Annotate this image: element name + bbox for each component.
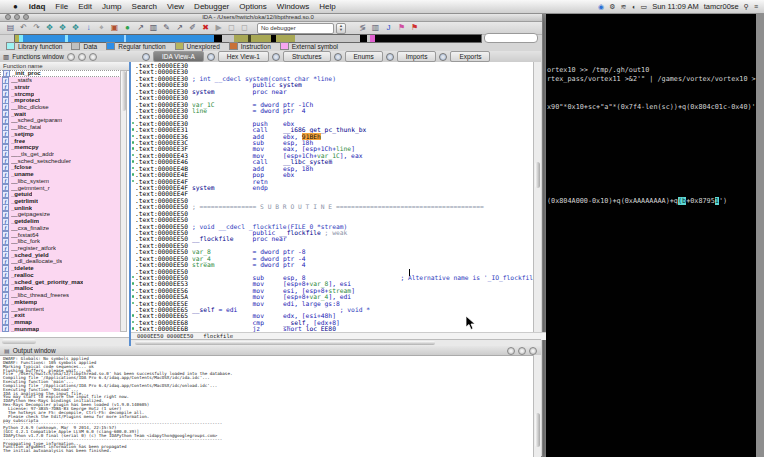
functions-horizontal-scrollbar[interactable] [0, 337, 129, 346]
function-row[interactable]: f__register_atfork [0, 245, 121, 252]
tab-icon-ida-view-a[interactable] [142, 53, 150, 61]
jump-icon[interactable]: J [382, 23, 395, 33]
output-log[interactable]: DWARF: Globals: No symbols appliedDWARF:… [0, 355, 533, 457]
function-row[interactable]: f_free [0, 137, 121, 144]
menu-clock[interactable]: Sun 11:09 AM [652, 2, 699, 11]
function-row[interactable]: f_strstr [0, 83, 121, 90]
output-close-button[interactable] [529, 347, 537, 355]
menu-item-edit[interactable]: Edit [73, 2, 97, 11]
function-row[interactable]: f_init_proc [0, 70, 121, 77]
function-row[interactable]: f__libc_system [0, 178, 121, 185]
function-row[interactable]: f_unlink [0, 204, 121, 211]
navband-segment-9[interactable] [234, 35, 248, 42]
tab-enums[interactable]: Enums [345, 51, 383, 62]
undo-icon[interactable]: ↶ [17, 23, 30, 33]
menu-item-debugger[interactable]: Debugger [189, 2, 234, 11]
menu-item-search[interactable]: Search [127, 2, 162, 11]
volume-icon[interactable]: ◖ [631, 3, 635, 10]
navband-segment-11[interactable] [251, 35, 272, 42]
stamp3-icon[interactable]: ✥ [69, 23, 82, 33]
function-row[interactable]: f_mktemp [0, 298, 121, 305]
tab-icon-imports[interactable] [386, 53, 394, 61]
cancel-icon[interactable]: ✖ [199, 23, 212, 33]
function-row[interactable]: f__getpagesize [0, 211, 121, 218]
function-row[interactable]: f__libc_fatal [0, 124, 121, 131]
function-row[interactable]: f__libc_dlclose [0, 104, 121, 111]
arrow-down-icon[interactable]: ↓ [82, 23, 95, 33]
navband-segment-18[interactable] [375, 35, 481, 42]
navband-segment-14[interactable] [295, 35, 360, 42]
navband-segment-2[interactable] [23, 35, 65, 42]
function-row[interactable]: f__sched_setscheduler [0, 157, 121, 164]
zoom-button[interactable] [23, 14, 29, 20]
function-row[interactable]: f_getuid [0, 191, 121, 198]
chart-up-icon[interactable]: ↗ [134, 23, 147, 33]
debugger-select[interactable]: No debugger [257, 23, 334, 34]
terminal-window[interactable]: ortex10 >> /tmp/.gh/out10rtex_pass/vorte… [546, 13, 756, 457]
function-row[interactable]: f__sched_getparam [0, 117, 121, 124]
function-row[interactable]: f_strcmp [0, 90, 121, 97]
output-vertical-scrollbar[interactable] [533, 355, 541, 457]
function-row[interactable]: f__libc_fork [0, 238, 121, 245]
function-row[interactable]: f__dl_deallocate_tls [0, 258, 121, 265]
function-row[interactable]: f_setjmp [0, 130, 121, 137]
tab-ida-view-a[interactable]: IDA View-A [153, 51, 204, 62]
navband-segment-8[interactable] [222, 35, 234, 42]
script-icon[interactable]: ≶ [356, 23, 369, 33]
panel-button-2[interactable] [78, 53, 86, 61]
function-row[interactable]: f__cxa_finalize [0, 225, 121, 232]
redo-icon[interactable]: ↷ [30, 23, 43, 33]
function-row[interactable]: f_getdelim [0, 218, 121, 225]
target-icon[interactable]: ⌖ [95, 23, 108, 33]
menu-item-options[interactable]: Options [234, 2, 272, 11]
function-row[interactable]: f_mmap [0, 319, 121, 326]
tab-imports[interactable]: Imports [397, 51, 437, 62]
chart-bar-icon[interactable]: ▥ [147, 23, 160, 33]
tab-icon-hex-view-1[interactable] [207, 53, 215, 61]
tab-structures[interactable]: Structures [283, 51, 331, 62]
menu-item-help[interactable]: Help [314, 2, 340, 11]
function-row[interactable]: f__fxstat64 [0, 231, 121, 238]
ida-title-bar[interactable]: IDA - /Users/hwitch/oka/12/libpthread.so… [0, 13, 542, 22]
snapshot-icon[interactable]: ▣ [108, 23, 121, 33]
functions-vertical-scrollbar[interactable] [120, 70, 127, 332]
navband-segment-6[interactable] [126, 35, 215, 42]
minimize-button[interactable] [14, 14, 20, 20]
tab-exports[interactable]: Exports [450, 51, 490, 62]
jump-arrow-icon[interactable]: ↗ [173, 23, 186, 33]
panel-button-3[interactable] [89, 53, 97, 61]
list-icon[interactable]: ▥ [369, 23, 382, 33]
tab-hex-view-1[interactable]: Hex View-1 [218, 51, 269, 62]
tab-icon-structures[interactable] [272, 53, 280, 61]
stamp2-icon[interactable]: ✥ [56, 23, 69, 33]
menu-item-windows[interactable]: Windows [272, 2, 314, 11]
wifi-icon[interactable]: ≋ [620, 3, 626, 11]
timemachine-icon[interactable]: ◉ [598, 3, 604, 11]
continue-icon[interactable]: ▶ [212, 23, 225, 33]
menu-item-jump[interactable]: Jump [97, 2, 127, 11]
flag-red-icon[interactable]: ⚑ [408, 23, 421, 33]
save-icon[interactable]: ▤ [4, 23, 17, 33]
tab-icon-enums[interactable] [334, 53, 342, 61]
menu-user[interactable]: tamcr00se [704, 2, 739, 11]
edit-icon[interactable]: ✎ [160, 23, 173, 33]
flag-pink-icon[interactable]: ⚑ [395, 23, 408, 33]
function-row[interactable]: f_tdelete [0, 265, 121, 272]
function-row[interactable]: f_uname [0, 171, 121, 178]
menu-item-file[interactable]: File [50, 2, 73, 11]
display-icon[interactable]: ▭ [641, 3, 648, 11]
debugger-stepper[interactable]: ▲▼ [336, 23, 346, 34]
stamp1-icon[interactable]: ✥ [43, 23, 56, 33]
stop-icon[interactable]: ◻ [238, 23, 251, 33]
run-icon[interactable]: ● [121, 23, 134, 33]
panel-button-1[interactable] [67, 53, 75, 61]
function-row[interactable]: f_munmap [0, 325, 121, 332]
function-row[interactable]: f_fclose [0, 164, 121, 171]
tab-icon-exports[interactable] [439, 53, 447, 61]
pencil-icon[interactable]: ✐ [186, 23, 199, 33]
function-row[interactable]: f_memcpy [0, 144, 121, 151]
navband-segment-13[interactable] [276, 35, 295, 42]
function-row[interactable]: f__getmntent_r [0, 184, 121, 191]
function-row[interactable]: f___tls_get_addr [0, 151, 121, 158]
close-button[interactable] [5, 14, 11, 20]
